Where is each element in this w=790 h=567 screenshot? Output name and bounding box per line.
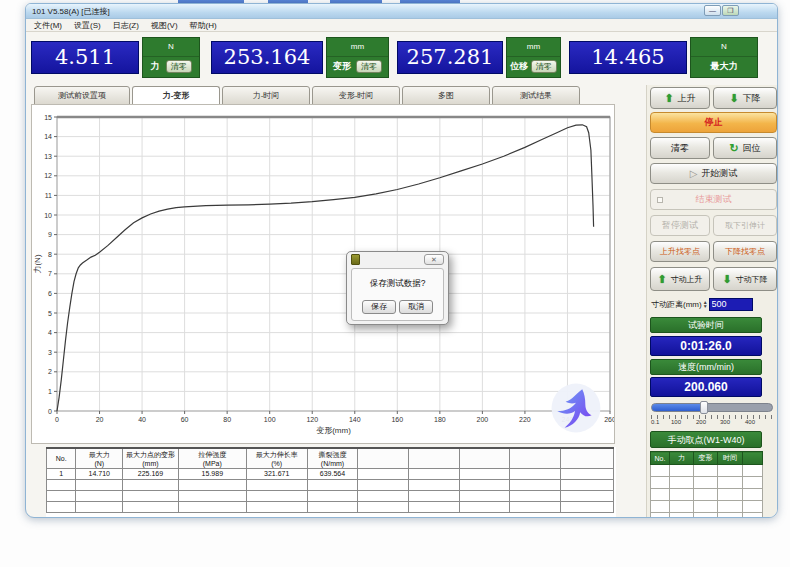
- maxforce-unit-panel: N 最大力: [690, 37, 758, 78]
- menu-file[interactable]: 文件(M): [34, 20, 62, 31]
- slider-tick-label: 100: [671, 419, 681, 425]
- jog-down-label: 寸动下降: [736, 274, 768, 285]
- svg-text:15: 15: [44, 114, 52, 121]
- svg-text:3: 3: [48, 349, 52, 356]
- start-test-button[interactable]: ▷ 开始测试: [650, 163, 777, 184]
- menu-log[interactable]: 日志(Z): [113, 20, 139, 31]
- save-dialog-message: 保存测试数据?: [352, 278, 443, 290]
- app-window: 101 V5.58(A) [已连接] — ❐ 文件(M) 设置(S) 日志(Z)…: [25, 3, 778, 518]
- results-col-header: [358, 448, 409, 468]
- end-test-button[interactable]: 结束测试: [650, 189, 777, 210]
- svg-text:9: 9: [48, 231, 52, 238]
- up-find-zero-button[interactable]: 上升找零点: [650, 241, 710, 262]
- up-label: 上升: [678, 92, 696, 105]
- desktop: 101 V5.58(A) [已连接] — ❐ 文件(M) 设置(S) 日志(Z)…: [0, 0, 790, 567]
- slider-tick-label: 200: [696, 419, 706, 425]
- menu-help[interactable]: 帮助(H): [190, 20, 217, 31]
- up-button[interactable]: ⬆ 上升: [650, 87, 710, 109]
- manual-empty-row: [651, 465, 763, 477]
- tab-force-time[interactable]: 力-时间: [222, 86, 310, 105]
- tab-bar: 测试前设置项 力-变形 力-时间 变形-时间 多图 测试结果: [34, 86, 582, 105]
- position-unit-panel: mm 位移 清零: [506, 37, 561, 78]
- force-display: 4.511: [31, 41, 139, 74]
- dialog-app-icon: [351, 254, 360, 265]
- results-col-header: [510, 448, 561, 468]
- dialog-close-button[interactable]: ✕: [424, 254, 444, 265]
- minimize-button[interactable]: —: [704, 5, 721, 16]
- force-clear-button[interactable]: 清零: [166, 60, 192, 73]
- svg-text:2: 2: [48, 368, 52, 375]
- test-time-header: 试验时间: [650, 317, 762, 333]
- tab-multichart[interactable]: 多图: [402, 86, 490, 105]
- slider-tick-label: 400: [745, 419, 755, 425]
- manual-points-header: 手动取点(W1-W40): [650, 431, 762, 448]
- end-label: 结束测试: [696, 193, 732, 206]
- jog-distance-input[interactable]: [709, 298, 753, 311]
- maxforce-label: 最大力: [711, 60, 738, 73]
- maxforce-display: 14.465: [569, 41, 687, 74]
- results-table-wrap: No.最大力(N)最大力点的变形(mm)拉伸强度(MPa)最大力伸长率(%)撕裂…: [46, 447, 616, 517]
- menu-view[interactable]: 视图(V): [151, 20, 178, 31]
- results-col-header: [459, 448, 510, 468]
- menu-bar: 文件(M) 设置(S) 日志(Z) 视图(V) 帮助(H): [26, 19, 777, 32]
- stop-button[interactable]: 停止: [650, 112, 777, 133]
- svg-text:8: 8: [48, 251, 52, 258]
- jog-down-button[interactable]: ⬇ 寸动下降: [713, 267, 777, 291]
- dialog-save-button[interactable]: 保存: [362, 300, 396, 314]
- manual-empty-row: [651, 501, 763, 513]
- title-bar[interactable]: 101 V5.58(A) [已连接] — ❐: [26, 4, 777, 19]
- manual-empty-row: [651, 513, 763, 519]
- window-title: 101 V5.58(A) [已连接]: [32, 7, 110, 16]
- svg-text:11: 11: [45, 192, 52, 199]
- play-icon: ▷: [690, 168, 698, 179]
- slider-tick-label: 0.1: [651, 419, 659, 425]
- position-clear-button[interactable]: 清零: [531, 60, 557, 73]
- svg-text:4: 4: [48, 329, 52, 336]
- svg-text:力(N): 力(N): [33, 254, 42, 273]
- chart-panel: 0204060801001201401601802002202402600123…: [31, 104, 615, 444]
- up-arrow-icon: ⬆: [664, 93, 673, 103]
- zero-button[interactable]: 清零: [650, 137, 710, 159]
- down-button[interactable]: ⬇ 下降: [713, 87, 777, 109]
- save-dialog-titlebar[interactable]: ✕: [347, 252, 448, 267]
- position-display: 257.281: [397, 41, 503, 74]
- tab-deform-time[interactable]: 变形-时间: [312, 86, 400, 105]
- speed-slider-handle[interactable]: [700, 401, 708, 414]
- return-button[interactable]: ↻ 回位: [713, 137, 777, 159]
- manual-empty-row: [651, 489, 763, 501]
- results-empty-row: [47, 501, 614, 512]
- pause-test-button[interactable]: 暂停测试: [650, 215, 710, 236]
- force-unit-panel: N 力 清零: [142, 37, 200, 78]
- svg-text:12: 12: [44, 172, 52, 179]
- jog-up-button[interactable]: ⬆ 寸动上升: [650, 267, 710, 291]
- svg-text:5: 5: [48, 310, 52, 317]
- thunder-bird-logo[interactable]: [550, 382, 602, 434]
- results-col-header: 最大力点的变形(mm): [123, 448, 179, 468]
- results-col-header: 最大力伸长率(%): [246, 448, 307, 468]
- svg-text:6: 6: [48, 290, 52, 297]
- svg-text:40: 40: [138, 416, 146, 423]
- speed-slider[interactable]: [651, 403, 773, 412]
- maximize-button[interactable]: ❐: [722, 5, 739, 16]
- svg-text:20: 20: [96, 416, 104, 423]
- manual-col-header: No.: [651, 452, 670, 465]
- speed-slider-fill: [652, 404, 702, 411]
- down-find-zero-button[interactable]: 下降找零点: [713, 241, 777, 262]
- manual-col-header: [743, 452, 763, 465]
- end-test-icon: [657, 197, 663, 203]
- tab-force-deform[interactable]: 力-变形: [132, 86, 220, 105]
- test-time-value: 0:01:26.0: [650, 336, 762, 356]
- dialog-cancel-button[interactable]: 取消: [399, 300, 433, 314]
- menu-settings[interactable]: 设置(S): [74, 20, 101, 31]
- start-label: 开始测试: [701, 167, 737, 180]
- results-col-header: 撕裂强度(N/mm): [307, 448, 358, 468]
- tab-results[interactable]: 测试结果: [492, 86, 580, 105]
- down-arrow-icon: ⬇: [729, 93, 738, 103]
- deform-clear-button[interactable]: 清零: [356, 60, 382, 73]
- maxforce-unit: N: [691, 38, 757, 57]
- svg-text:100: 100: [264, 416, 276, 423]
- remove-extensometer-button[interactable]: 取下引伸计: [713, 215, 777, 236]
- jog-distance-spinner[interactable]: ▲▼: [703, 300, 708, 308]
- svg-text:14: 14: [44, 133, 52, 140]
- tab-pretest-settings[interactable]: 测试前设置项: [34, 86, 130, 105]
